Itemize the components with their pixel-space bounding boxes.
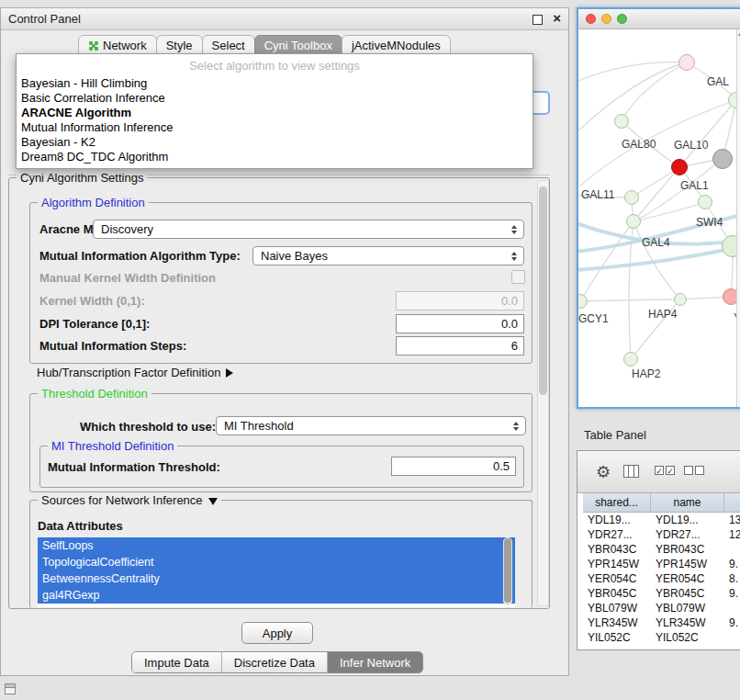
control-panel-titlebar[interactable]: Control Panel × <box>1 8 568 30</box>
network-node-hap2[interactable] <box>623 352 638 367</box>
mi-steps-input[interactable]: 6 <box>396 336 524 356</box>
mi-threshold-input[interactable]: 0.5 <box>391 457 516 476</box>
tab-impute-data[interactable]: Impute Data <box>132 652 221 672</box>
algorithm-option[interactable]: Dream8 DC_TDC Algorithm <box>17 150 533 164</box>
window-title: Control Panel <box>8 8 81 30</box>
close-traffic-light[interactable] <box>586 14 596 24</box>
checked-box-icon: ✓ <box>666 466 675 475</box>
table-row[interactable]: YDL19...YDL19...13 <box>583 513 740 527</box>
node-label: GCY1 <box>578 312 609 325</box>
float-window-icon[interactable] <box>533 15 543 25</box>
network-node[interactable] <box>712 149 733 169</box>
algorithm-option[interactable]: ARACNE Algorithm <box>17 106 533 120</box>
column-header[interactable] <box>724 493 740 512</box>
table-row[interactable]: YLR345WYLR345W9. <box>583 615 740 630</box>
table-cell: YLR345W <box>651 616 724 629</box>
node-label: GAL10 <box>674 139 708 152</box>
tab-label: Network <box>103 39 147 52</box>
tab-label: Cyni Toolbox <box>264 39 332 52</box>
stepper-icon <box>508 252 521 261</box>
network-node-gal4[interactable] <box>626 214 641 229</box>
algorithm-option[interactable]: Bayesian - K2 <box>17 135 533 150</box>
network-edge <box>578 62 687 140</box>
column-header[interactable]: shared... <box>583 493 651 512</box>
deselect-all-icon[interactable] <box>684 466 704 475</box>
kernel-width-input: 0.0 <box>396 291 524 310</box>
table-cell: 9. <box>724 558 740 570</box>
algorithm-dropdown: Select algorithm to view settings Bayesi… <box>16 53 533 169</box>
manual-kernel-checkbox <box>511 270 525 284</box>
network-node-gal10[interactable] <box>671 159 688 175</box>
network-view-window: GALGAL80GAL10GAL1GAL11SWI4GAL4GCY1HAP4YH… <box>577 7 740 409</box>
group-title: Cyni Algorithm Settings <box>17 171 147 185</box>
mi-algorithm-type-select[interactable]: Naive Bayes <box>252 246 524 265</box>
table-row[interactable]: YBR045CYBR045C9. <box>583 586 740 601</box>
group-title: Threshold Definition <box>38 387 151 401</box>
which-threshold-select[interactable]: MI Threshold <box>216 416 526 435</box>
table-cell: YIL052C <box>583 631 651 644</box>
minimize-traffic-light[interactable] <box>601 14 611 24</box>
attribute-item[interactable]: BetweennessCentrality <box>38 570 515 587</box>
close-icon[interactable]: × <box>553 10 561 26</box>
tab-discretize-data[interactable]: Discretize Data <box>221 652 327 672</box>
network-canvas[interactable]: GALGAL80GAL10GAL1GAL11SWI4GAL4GCY1HAP4YH… <box>578 29 740 407</box>
threshold-definition-group: Threshold Definition Which threshold to … <box>29 393 533 492</box>
settings-scrollbar[interactable] <box>537 180 549 606</box>
table-cell: YDR27... <box>583 528 651 541</box>
zoom-traffic-light[interactable] <box>617 14 627 24</box>
data-attributes-label: Data Attributes <box>38 519 123 533</box>
tab-infer-network[interactable]: Infer Network <box>327 652 422 672</box>
attributes-scrollbar[interactable] <box>503 537 512 605</box>
scrollbar-thumb[interactable] <box>504 538 511 603</box>
attribute-item[interactable]: SelfLoops <box>38 537 515 554</box>
network-edge <box>578 62 687 85</box>
table-row[interactable]: YBR043CYBR043C <box>583 542 740 557</box>
table-cell: YDL19... <box>583 514 651 526</box>
network-window-titlebar[interactable] <box>578 9 740 29</box>
network-node-gal1[interactable] <box>698 195 712 209</box>
aracne-mode-select[interactable]: Discovery <box>93 220 524 239</box>
network-node[interactable] <box>678 54 695 71</box>
algorithm-option[interactable]: Mutual Information Inference <box>17 120 533 135</box>
dock-panel-icon[interactable] <box>5 683 16 694</box>
sources-group: Sources for Network Inference Data Attri… <box>29 500 533 608</box>
table-row[interactable]: YIL052CYIL052C <box>583 630 740 645</box>
columns-icon-cell <box>629 466 633 477</box>
dpi-tolerance-input[interactable]: 0.0 <box>396 314 524 333</box>
table-row[interactable]: YBL079WYBL079W <box>583 601 740 615</box>
attribute-item[interactable]: gal4RGexp <box>38 587 515 604</box>
table-cell: 13 <box>724 514 740 526</box>
network-icon <box>88 40 99 51</box>
mi-threshold-label: Mutual Information Threshold: <box>48 460 220 474</box>
apply-button[interactable]: Apply <box>241 622 313 644</box>
algorithm-option[interactable]: Basic Correlation Inference <box>17 91 533 106</box>
unchecked-box-icon <box>695 466 704 475</box>
kernel-width-label: Kernel Width (0,1): <box>39 294 145 308</box>
data-attributes-list: SelfLoopsTopologicalCoefficientBetweenne… <box>38 537 515 607</box>
hub-definition-toggle[interactable]: Hub/Transcription Factor Definition <box>37 366 233 379</box>
columns-icon[interactable] <box>623 465 639 478</box>
column-header[interactable]: name <box>651 493 724 512</box>
scrollbar-thumb[interactable] <box>539 186 547 395</box>
attribute-item[interactable]: TopologicalCoefficient <box>38 554 515 570</box>
network-node-gal80[interactable] <box>614 114 629 129</box>
algorithm-option[interactable]: Bayesian - Hill Climbing <box>17 76 533 91</box>
table-cell: YDL19... <box>651 514 724 526</box>
network-node-gal11[interactable] <box>624 190 639 205</box>
table-row[interactable]: YER054CYER054C8. <box>583 571 740 586</box>
stepper-icon <box>508 225 521 234</box>
network-scrollbar[interactable] <box>736 29 740 407</box>
select-all-icon[interactable]: ✓ ✓ <box>655 466 675 475</box>
table-cell: YER054C <box>583 572 651 585</box>
control-panel-window: Control Panel × Network Style Select Cyn… <box>0 7 569 676</box>
table-cell: YBR043C <box>651 543 724 556</box>
network-edge <box>633 202 705 221</box>
expand-right-icon <box>226 368 233 378</box>
table-row[interactable]: YPR145WYPR145W9. <box>583 557 740 571</box>
table-row[interactable]: YDR27...YDR27...12 <box>583 527 740 542</box>
gear-icon[interactable]: ⚙ <box>596 462 611 481</box>
checked-box-icon: ✓ <box>655 466 664 475</box>
sources-toggle[interactable]: Sources for Network Inference <box>38 493 221 507</box>
table-header: shared...name <box>583 493 740 513</box>
network-node-hap4[interactable] <box>674 293 687 306</box>
